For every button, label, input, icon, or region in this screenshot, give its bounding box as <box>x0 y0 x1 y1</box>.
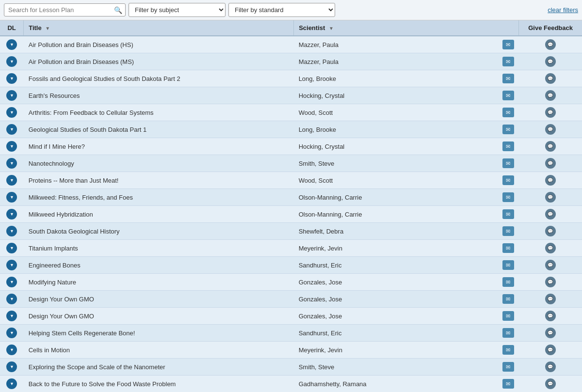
download-button[interactable] <box>6 328 17 338</box>
feedback-button[interactable]: 💬 <box>545 209 556 220</box>
title-cell: Cells in Motion <box>24 342 294 359</box>
email-button[interactable]: ✉ <box>502 158 514 168</box>
download-button[interactable] <box>6 73 17 84</box>
feedback-button[interactable]: 💬 <box>545 73 556 84</box>
feedback-button[interactable]: 💬 <box>545 192 556 203</box>
dl-cell <box>0 240 24 257</box>
email-button[interactable]: ✉ <box>502 226 514 236</box>
feedback-button[interactable]: 💬 <box>545 361 556 372</box>
download-button[interactable] <box>6 260 17 270</box>
feedback-button[interactable]: 💬 <box>545 328 556 338</box>
email-button[interactable]: ✉ <box>502 379 514 389</box>
email-button[interactable]: ✉ <box>502 277 514 287</box>
download-button[interactable] <box>6 175 17 186</box>
download-button[interactable] <box>6 90 17 101</box>
feedback-button[interactable]: 💬 <box>545 243 556 253</box>
email-button[interactable]: ✉ <box>502 260 514 270</box>
clear-filters-button[interactable]: clear filters <box>548 6 578 14</box>
feedback-button[interactable]: 💬 <box>545 260 556 270</box>
download-button[interactable] <box>6 124 17 135</box>
feedback-button[interactable]: 💬 <box>545 294 556 304</box>
title-cell: Design Your Own GMO <box>24 291 294 308</box>
download-button[interactable] <box>6 141 17 152</box>
feedback-button[interactable]: 💬 <box>545 226 556 236</box>
email-button[interactable]: ✉ <box>502 125 514 134</box>
lesson-title: Air Pollution and Brain Diseases (MS) <box>29 58 134 65</box>
email-button[interactable]: ✉ <box>502 108 514 117</box>
filter-standard-select[interactable]: Filter by standard <box>228 3 335 17</box>
table-row: Modifying Nature Gonzales, Jose ✉ 💬 <box>0 274 582 291</box>
download-button[interactable] <box>6 345 17 355</box>
download-button[interactable] <box>6 107 17 118</box>
email-button[interactable]: ✉ <box>502 40 514 49</box>
feedback-button[interactable]: 💬 <box>545 277 556 287</box>
feedback-button[interactable]: 💬 <box>545 158 556 169</box>
scientist-name: Mazzer, Paula <box>299 41 339 48</box>
lesson-title: Design Your Own GMO <box>29 296 94 303</box>
col-header-title[interactable]: Title ▼ <box>24 20 294 36</box>
scientist-cell: Hocking, Crystal ✉ <box>294 87 519 104</box>
email-button[interactable]: ✉ <box>502 243 514 253</box>
scientist-name: Gonzales, Jose <box>299 313 342 320</box>
email-button[interactable]: ✉ <box>502 57 514 66</box>
email-button[interactable]: ✉ <box>502 141 514 151</box>
search-input[interactable] <box>4 4 111 16</box>
download-button[interactable] <box>6 158 17 169</box>
title-cell: Air Pollution and Brain Diseases (MS) <box>24 53 294 70</box>
title-cell: Proteins -- More than Just Meat! <box>24 172 294 189</box>
download-button[interactable] <box>6 209 17 220</box>
scientist-cell: Wood, Scott ✉ <box>294 104 519 121</box>
scientist-cell: Hocking, Crystal ✉ <box>294 138 519 155</box>
lesson-plan-table-container: DL Title ▼ Scientist ▼ Give Feedback <box>0 20 582 392</box>
email-button[interactable]: ✉ <box>502 91 514 100</box>
download-button[interactable] <box>6 243 17 253</box>
lesson-title: Back to the Future to Solve the Food Was… <box>29 380 176 388</box>
title-cell: Helping Stem Cells Regenerate Bone! <box>24 325 294 342</box>
download-button[interactable] <box>6 378 17 389</box>
scientist-name: Wood, Scott <box>299 177 333 184</box>
dl-cell <box>0 189 24 206</box>
download-button[interactable] <box>6 39 17 50</box>
feedback-button[interactable]: 💬 <box>545 311 556 321</box>
lesson-title: Proteins -- More than Just Meat! <box>29 177 119 184</box>
email-button[interactable]: ✉ <box>502 328 514 338</box>
filter-subject-select[interactable]: Filter by subject <box>129 3 226 17</box>
download-button[interactable] <box>6 56 17 67</box>
search-button[interactable]: 🔍 <box>111 4 125 16</box>
feedback-button[interactable]: 💬 <box>545 345 556 355</box>
email-button[interactable]: ✉ <box>502 74 514 83</box>
email-button[interactable]: ✉ <box>502 192 514 202</box>
col-header-scientist[interactable]: Scientist ▼ <box>294 20 519 36</box>
email-button[interactable]: ✉ <box>502 362 514 372</box>
dl-cell <box>0 70 24 87</box>
feedback-button[interactable]: 💬 <box>545 39 556 50</box>
download-button[interactable] <box>6 226 17 236</box>
download-button[interactable] <box>6 277 17 287</box>
email-button[interactable]: ✉ <box>502 311 514 321</box>
lesson-title: Cells in Motion <box>29 346 70 354</box>
feedback-button[interactable]: 💬 <box>545 56 556 67</box>
email-button[interactable]: ✉ <box>502 175 514 185</box>
email-button[interactable]: ✉ <box>502 294 514 304</box>
email-button[interactable]: ✉ <box>502 209 514 219</box>
feedback-button[interactable]: 💬 <box>545 124 556 135</box>
scientist-cell: Gadhamshetty, Ramana ✉ <box>294 376 519 392</box>
download-button[interactable] <box>6 192 17 203</box>
email-button[interactable]: ✉ <box>502 345 514 355</box>
download-button[interactable] <box>6 294 17 304</box>
scientist-cell: Shewfelt, Debra ✉ <box>294 223 519 240</box>
feedback-button[interactable]: 💬 <box>545 141 556 152</box>
download-button[interactable] <box>6 311 17 321</box>
feedback-button[interactable]: 💬 <box>545 175 556 186</box>
feedback-button[interactable]: 💬 <box>545 378 556 389</box>
feedback-button[interactable]: 💬 <box>545 107 556 118</box>
download-button[interactable] <box>6 361 17 372</box>
dl-cell <box>0 138 24 155</box>
lesson-title: Design Your Own GMO <box>29 313 94 320</box>
scientist-cell: Wood, Scott ✉ <box>294 172 519 189</box>
col-header-dl[interactable]: DL <box>0 20 24 36</box>
lesson-title: Exploring the Scope and Scale of the Nan… <box>29 363 165 371</box>
lesson-title: Air Pollution and Brain Diseases (HS) <box>29 41 133 48</box>
feedback-button[interactable]: 💬 <box>545 90 556 101</box>
title-cell: Design Your Own GMO <box>24 308 294 325</box>
